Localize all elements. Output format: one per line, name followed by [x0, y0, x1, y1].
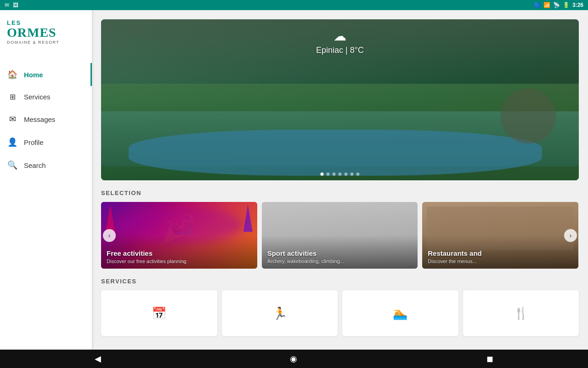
service-card-calendar[interactable]: 📅	[101, 290, 217, 336]
logo-subtitle: DOMAINE & RESORT	[7, 40, 85, 45]
mail-icon: ✉	[5, 2, 9, 8]
card-free-activities[interactable]: Free activities Discover our free activi…	[101, 202, 257, 269]
card-content-free: Free activities Discover our free activi…	[101, 245, 257, 269]
bluetooth-icon: 🔵	[534, 2, 541, 8]
wifi-icon: 📡	[553, 2, 560, 8]
cards-carousel: ‹ Free activities Discover our free acti…	[101, 202, 579, 269]
logo-ormes: ORMES	[7, 26, 85, 39]
dot-5	[345, 172, 348, 176]
services-grid: 📅 🏃 🏊 🍴	[101, 290, 579, 336]
services-icon: ⊞	[7, 92, 17, 101]
card-subtitle-free: Discover our free activities planning	[107, 259, 252, 264]
back-button[interactable]: ◀	[85, 351, 110, 366]
sidebar-label-messages: Messages	[24, 115, 55, 123]
search-icon: 🔍	[7, 160, 17, 170]
signal-icon: 📶	[543, 2, 550, 8]
carousel-prev-button[interactable]: ‹	[103, 229, 116, 242]
sidebar-item-home[interactable]: 🏠 Home	[0, 63, 92, 86]
logo-area: LES ORMES DOMAINE & RESORT	[0, 10, 92, 54]
sidebar-label-home: Home	[24, 71, 43, 79]
recent-apps-button[interactable]: ◼	[477, 351, 503, 366]
status-bar: ✉ 🖼 🔵 📶 📡 🔋 3:26	[0, 0, 588, 10]
dot-2	[327, 172, 330, 176]
sidebar: LES ORMES DOMAINE & RESORT 🏠 Home ⊞ Serv…	[0, 10, 92, 350]
sidebar-label-profile: Profile	[24, 138, 44, 146]
services-section: SERVICES 📅 🏃 🏊 🍴	[101, 278, 579, 336]
selection-title: SELECTION	[101, 190, 579, 196]
status-bar-right: 🔵 📶 📡 🔋 3:26	[534, 2, 583, 8]
card-subtitle-restaurant: Discover the menus...	[428, 259, 573, 264]
card-content-restaurant: Restaurants and Discover the menus...	[422, 245, 578, 269]
card-content-sport: Sport activities Archery, wakeboarding, …	[262, 245, 418, 269]
service-card-pool[interactable]: 🏊	[342, 290, 458, 336]
weather-icon: ☁	[316, 29, 364, 44]
photo-icon: 🖼	[13, 2, 18, 8]
home-icon: 🏠	[7, 69, 17, 80]
sidebar-item-search[interactable]: 🔍 Search	[0, 154, 92, 177]
hero-dots	[321, 172, 360, 176]
card-title-free: Free activities	[107, 249, 252, 257]
sidebar-label-search: Search	[24, 161, 46, 169]
status-bar-left: ✉ 🖼	[5, 2, 18, 8]
hero-banner: ☁ Epiniac | 8°C	[101, 19, 579, 180]
dot-1	[321, 172, 324, 176]
weather-text: Epiniac | 8°C	[316, 46, 364, 55]
main-layout: LES ORMES DOMAINE & RESORT 🏠 Home ⊞ Serv…	[0, 10, 588, 350]
selection-section: SELECTION ‹ Free activities Discover our…	[101, 190, 579, 269]
card-title-restaurant: Restaurants and	[428, 249, 573, 257]
card-subtitle-sport: Archery, wakeboarding, climbing...	[267, 259, 413, 264]
calendar-icon: 📅	[152, 306, 166, 321]
sidebar-item-messages[interactable]: ✉ Messages	[0, 108, 92, 131]
card-title-sport: Sport activities	[267, 249, 413, 257]
card-sport-activities[interactable]: Sport activities Archery, wakeboarding, …	[262, 202, 418, 269]
carousel-next-button[interactable]: ›	[564, 229, 577, 242]
bottom-nav: ◀ ◉ ◼	[0, 350, 588, 368]
battery-icon: 🔋	[563, 2, 570, 8]
weather-widget: ☁ Epiniac | 8°C	[316, 29, 364, 55]
restaurant-icon: 🍴	[514, 306, 528, 321]
pool-icon: 🏊	[393, 306, 407, 321]
sidebar-label-services: Services	[24, 93, 51, 101]
services-title: SERVICES	[101, 278, 579, 285]
dot-4	[339, 172, 342, 176]
service-card-activities[interactable]: 🏃	[222, 290, 338, 336]
activities-icon: 🏃	[272, 306, 287, 321]
nav-items: 🏠 Home ⊞ Services ✉ Messages 👤 Profile 🔍…	[0, 63, 92, 177]
profile-icon: 👤	[7, 137, 17, 147]
clock: 3:26	[572, 2, 583, 8]
messages-icon: ✉	[7, 114, 17, 124]
dot-7	[356, 172, 360, 176]
dot-6	[351, 172, 354, 176]
dot-3	[333, 172, 336, 176]
sidebar-item-services[interactable]: ⊞ Services	[0, 86, 92, 108]
content-area: ☁ Epiniac | 8°C SELECTION ‹	[92, 10, 588, 350]
home-button[interactable]: ◉	[281, 351, 306, 366]
service-card-restaurant[interactable]: 🍴	[463, 290, 579, 336]
card-restaurant[interactable]: Restaurants and Discover the menus...	[422, 202, 578, 269]
sidebar-item-profile[interactable]: 👤 Profile	[0, 131, 92, 154]
